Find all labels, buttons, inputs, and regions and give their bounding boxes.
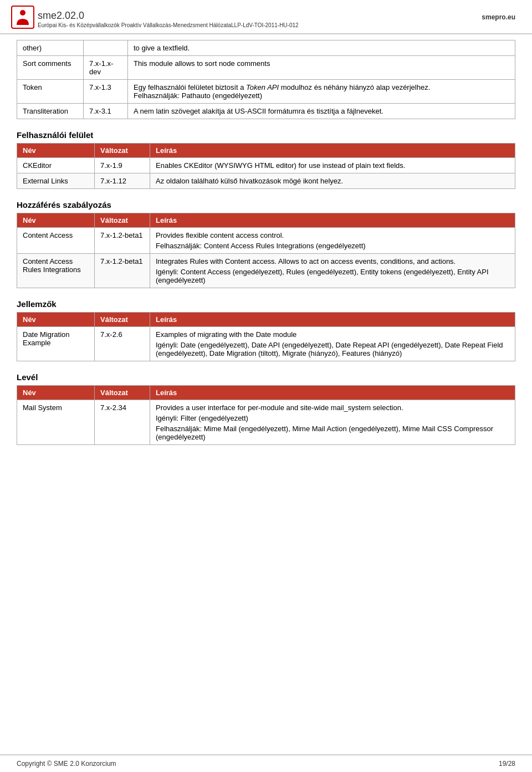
table-row: External Links7.x-1.12Az oldalon találha… [17,173,515,189]
cell-version: 7.x-1.x-dev [84,56,128,80]
table-row: Content Access7.x-1.2-beta1Provides flex… [17,228,515,254]
cell-version: 7.x-2.34 [95,400,150,445]
col-header: Név [17,386,95,400]
logo-sme: sme2.02.0 [38,6,299,22]
col-header: Leírás [150,313,515,327]
cell-name: Mail System [17,400,95,445]
table-row: other)to give a textfield. [17,40,515,56]
cell-version: 7.x-1.12 [95,173,150,189]
table-row: Transliteration7.x-3.1A nem latin szöveg… [17,104,515,119]
cell-name: Sort comments [17,56,84,80]
table-row: Content Access Rules Integrations7.x-1.2… [17,254,515,288]
cell-version: 7.x-1.2-beta1 [95,254,150,288]
svg-point-1 [20,10,25,16]
content: other)to give a textfield.Sort comments7… [0,34,532,754]
continuation-table: other)to give a textfield.Sort comments7… [17,40,515,119]
cell-version: 7.x-1.3 [84,80,128,104]
copyright: Copyright © SME 2.0 Konzorcium [17,760,116,768]
cell-description: This module allows to sort node comments [128,56,515,80]
col-header: Változat [95,144,150,158]
cell-version: 7.x-2.6 [95,327,150,361]
section-title: Hozzáférés szabályozás [17,200,515,209]
cell-name: Token [17,80,84,104]
logo-subtitle: Európai Kis- és Középvállalkozók Proaktí… [38,22,299,29]
cell-description: Az oldalon található külső hivatkozások … [150,173,515,189]
cell-name: External Links [17,173,95,189]
table-row: Sort comments7.x-1.x-devThis module allo… [17,56,515,80]
header-right: smepro.eu [482,13,515,21]
cell-version: 7.x-3.1 [84,104,128,119]
section-title: Jellemzők [17,299,515,309]
section-level: LevélNévVáltozatLeírásMail System7.x-2.3… [17,372,515,445]
cell-name: Content Access Rules Integrations [17,254,95,288]
section-jellemzok: JellemzőkNévVáltozatLeírásDate Migration… [17,299,515,361]
cell-description: Provides a user interface for per-module… [150,400,515,445]
section-title: Levél [17,372,515,382]
cell-description: Enables CKEditor (WYSIWYG HTML editor) f… [150,158,515,173]
col-header: Név [17,213,95,228]
data-table: NévVáltozatLeírásContent Access7.x-1.2-b… [17,213,515,288]
cell-description: Integrates Rules with Content access. Al… [150,254,515,288]
section-hozzaferes-szabalyozas: Hozzáférés szabályozásNévVáltozatLeírásC… [17,200,515,288]
col-header: Név [17,144,95,158]
page: sme2.02.0 Európai Kis- és Középvállalkoz… [0,0,532,772]
header: sme2.02.0 Európai Kis- és Középvállalkoz… [0,0,532,34]
cell-description: Provides flexible content access control… [150,228,515,254]
section-title: Felhasználói felület [17,130,515,140]
col-header: Név [17,313,95,327]
table-row: Mail System7.x-2.34Provides a user inter… [17,400,515,445]
cell-description: A nem latin szöveget alakítja át US-ASCI… [128,104,515,119]
cell-description: Egy felhasználói felületet biztosít a To… [128,80,515,104]
table-row: Token7.x-1.3Egy felhasználói felületet b… [17,80,515,104]
data-table: NévVáltozatLeírásDate Migration Example7… [17,312,515,361]
col-header: Leírás [150,213,515,228]
cell-version: 7.x-1.9 [95,158,150,173]
cell-name: Content Access [17,228,95,254]
logo-box: sme2.02.0 Európai Kis- és Középvállalkoz… [11,6,299,29]
logo-ver-num: 2.0 [70,10,84,21]
col-header: Leírás [150,386,515,400]
cell-version: 7.x-1.2-beta1 [95,228,150,254]
table-row: CKEditor7.x-1.9Enables CKEditor (WYSIWYG… [17,158,515,173]
data-table: NévVáltozatLeírásMail System7.x-2.34Prov… [17,385,515,445]
header-site: smepro.eu [482,13,515,21]
page-number: 19/28 [499,760,515,768]
cell-name: Transliteration [17,104,84,119]
col-header: Változat [95,313,150,327]
cell-name: other) [17,40,84,56]
logo-text-block: sme2.02.0 Európai Kis- és Középvállalkoz… [38,6,299,29]
cell-name: CKEditor [17,158,95,173]
header-left: sme2.02.0 Európai Kis- és Középvállalkoz… [11,6,299,29]
col-header: Változat [95,386,150,400]
col-header: Változat [95,213,150,228]
sme-logo-icon [11,6,34,29]
footer: Copyright © SME 2.0 Konzorcium 19/28 [0,754,532,772]
col-header: Leírás [150,144,515,158]
cell-description: Examples of migrating with the Date modu… [150,327,515,361]
cell-description: to give a textfield. [128,40,515,56]
data-table: NévVáltozatLeírásCKEditor7.x-1.9Enables … [17,143,515,189]
table-row: Date Migration Example7.x-2.6Examples of… [17,327,515,361]
section-felhasznaloi-felulet: Felhasználói felületNévVáltozatLeírásCKE… [17,130,515,189]
logo-version: 2.0 [57,10,70,21]
cell-name: Date Migration Example [17,327,95,361]
logo-sme-text: sme [38,10,57,21]
cell-version [84,40,128,56]
